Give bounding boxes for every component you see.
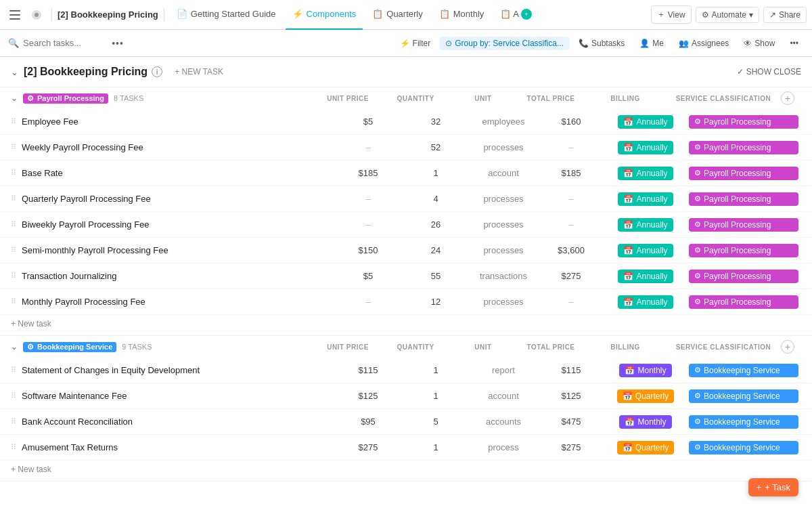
billing-badge[interactable]: 📅 Annually: [618, 244, 673, 257]
group-by-btn[interactable]: ⊙ Group by: Service Classifica...: [440, 37, 569, 50]
drag-handle[interactable]: ⠿: [11, 366, 16, 375]
filter-btn[interactable]: ⚡ Filter: [394, 37, 436, 50]
assignees-btn[interactable]: 👥 Assignees: [673, 37, 734, 50]
billing-badge[interactable]: 📅 Annually: [618, 295, 673, 309]
task-service[interactable]: ⚙ Payroll Processing: [686, 244, 801, 257]
drag-handle[interactable]: ⠿: [11, 194, 16, 203]
info-icon[interactable]: i: [152, 66, 162, 77]
task-billing[interactable]: 📅 Quarterly: [605, 441, 686, 454]
task-billing[interactable]: 📅 Annually: [605, 192, 686, 206]
tab-monthly[interactable]: 📋 Monthly: [432, 0, 491, 30]
calendar-icon: 📅: [623, 220, 633, 230]
tab-components[interactable]: ⚡ Components: [286, 0, 363, 30]
billing-badge[interactable]: 📅 Quarterly: [617, 441, 674, 454]
add-col-btn-bookkeeping[interactable]: +: [781, 340, 794, 354]
service-badge[interactable]: ⚙ Payroll Processing: [689, 218, 798, 232]
task-service[interactable]: ⚙ Bookkeeping Service: [686, 441, 801, 454]
view-btn[interactable]: ＋ View: [651, 5, 692, 24]
task-billing[interactable]: 📅 Annually: [605, 270, 686, 283]
billing-badge[interactable]: 📅 Monthly: [619, 415, 671, 429]
billing-badge[interactable]: 📅 Annually: [618, 141, 673, 154]
task-service[interactable]: ⚙ Payroll Processing: [686, 218, 801, 232]
billing-badge[interactable]: 📅 Annually: [618, 115, 673, 129]
doc-icon: 📄: [177, 9, 187, 19]
task-service[interactable]: ⚙ Payroll Processing: [686, 141, 801, 154]
task-service[interactable]: ⚙ Payroll Processing: [686, 167, 801, 180]
billing-badge[interactable]: 📅 Annually: [618, 192, 673, 206]
drag-handle[interactable]: ⠿: [11, 417, 16, 426]
toolbar-more-btn[interactable]: •••: [784, 37, 804, 50]
search-more-btn[interactable]: •••: [108, 34, 127, 53]
me-btn[interactable]: 👤 Me: [634, 37, 669, 50]
tab-quarterly[interactable]: 📋 Quarterly: [365, 0, 429, 30]
drag-handle[interactable]: ⠿: [11, 297, 16, 306]
share-btn[interactable]: ↗ Share: [763, 7, 807, 23]
automate-btn[interactable]: ⚙ Automate ▾: [696, 7, 759, 23]
service-badge[interactable]: ⚙ Bookkeeping Service: [689, 389, 798, 403]
task-billing[interactable]: 📅 Quarterly: [605, 389, 686, 403]
add-col-btn-payroll[interactable]: +: [781, 91, 794, 105]
task-price-val: $275: [359, 442, 378, 452]
service-badge[interactable]: ⚙ Payroll Processing: [689, 270, 798, 283]
service-badge[interactable]: ⚙ Bookkeeping Service: [689, 415, 798, 429]
float-task-btn[interactable]: + + Task: [748, 478, 798, 482]
drag-handle[interactable]: ⠿: [11, 443, 16, 452]
task-service[interactable]: ⚙ Payroll Processing: [686, 192, 801, 206]
task-service[interactable]: ⚙ Payroll Processing: [686, 270, 801, 283]
app-icon-btn[interactable]: [27, 5, 46, 24]
billing-badge[interactable]: 📅 Annually: [618, 218, 673, 232]
new-task-btn[interactable]: + NEW TASK: [168, 65, 230, 79]
drag-handle[interactable]: ⠿: [11, 117, 16, 126]
section-toggle-payroll[interactable]: ⌄: [11, 93, 18, 103]
service-badge[interactable]: ⚙ Payroll Processing: [689, 295, 798, 309]
drag-handle[interactable]: ⠿: [11, 246, 16, 255]
task-billing[interactable]: 📅 Monthly: [605, 415, 686, 429]
search-input[interactable]: [23, 38, 104, 48]
tab-getting-started[interactable]: 📄 Getting Started Guide: [170, 0, 283, 30]
service-badge[interactable]: ⚙ Payroll Processing: [689, 244, 798, 257]
task-quantity: 12: [402, 297, 470, 307]
show-close-btn[interactable]: ✓ SHOW CLOSE: [737, 67, 801, 77]
drag-handle[interactable]: ⠿: [11, 391, 16, 400]
task-billing[interactable]: 📅 Annually: [605, 115, 686, 129]
subtasks-btn[interactable]: 📞 Subtasks: [573, 37, 630, 50]
task-service[interactable]: ⚙ Bookkeeping Service: [686, 364, 801, 377]
billing-badge[interactable]: 📅 Annually: [618, 167, 673, 180]
drag-handle[interactable]: ⠿: [11, 272, 16, 280]
col-header-add-bookkeeping: +: [781, 340, 801, 354]
billing-badge[interactable]: 📅 Monthly: [619, 364, 671, 377]
task-service[interactable]: ⚙ Bookkeeping Service: [686, 415, 801, 429]
task-billing[interactable]: 📅 Monthly: [605, 364, 686, 377]
task-unit: process: [470, 442, 537, 452]
task-service[interactable]: ⚙ Bookkeeping Service: [686, 389, 801, 403]
task-unit: account: [470, 168, 537, 178]
task-unit: processes: [470, 245, 537, 255]
task-billing[interactable]: 📅 Annually: [605, 295, 686, 309]
task-service[interactable]: ⚙ Payroll Processing: [686, 115, 801, 129]
service-badge[interactable]: ⚙ Payroll Processing: [689, 115, 798, 129]
billing-badge[interactable]: 📅 Quarterly: [617, 389, 674, 403]
show-btn[interactable]: 👁 Show: [738, 37, 780, 50]
sidebar-toggle[interactable]: [5, 5, 24, 24]
drag-handle[interactable]: ⠿: [11, 220, 16, 229]
service-badge[interactable]: ⚙ Payroll Processing: [689, 141, 798, 154]
drag-handle[interactable]: ⠿: [11, 169, 16, 177]
drag-handle[interactable]: ⠿: [11, 143, 16, 152]
service-badge[interactable]: ⚙ Bookkeeping Service: [689, 441, 798, 454]
tab-annual[interactable]: 📋 A +: [493, 0, 539, 30]
task-billing[interactable]: 📅 Annually: [605, 167, 686, 180]
section-toggle-bookkeeping[interactable]: ⌄: [11, 342, 18, 352]
service-badge[interactable]: ⚙ Payroll Processing: [689, 192, 798, 206]
task-service[interactable]: ⚙ Payroll Processing: [686, 295, 801, 309]
task-quantity: 52: [402, 142, 470, 152]
task-billing[interactable]: 📅 Annually: [605, 141, 686, 154]
new-task-row-payroll[interactable]: + New task: [0, 315, 812, 335]
service-badge[interactable]: ⚙ Bookkeeping Service: [689, 364, 798, 377]
collapse-icon[interactable]: ⌄: [11, 67, 18, 77]
service-badge[interactable]: ⚙ Payroll Processing: [689, 167, 798, 180]
task-billing[interactable]: 📅 Annually: [605, 218, 686, 232]
billing-badge[interactable]: 📅 Annually: [618, 270, 673, 283]
task-name: Biweekly Payroll Processing Fee: [22, 219, 334, 230]
new-task-row-bookkeeping[interactable]: + New task: [0, 461, 812, 481]
task-billing[interactable]: 📅 Annually: [605, 244, 686, 257]
